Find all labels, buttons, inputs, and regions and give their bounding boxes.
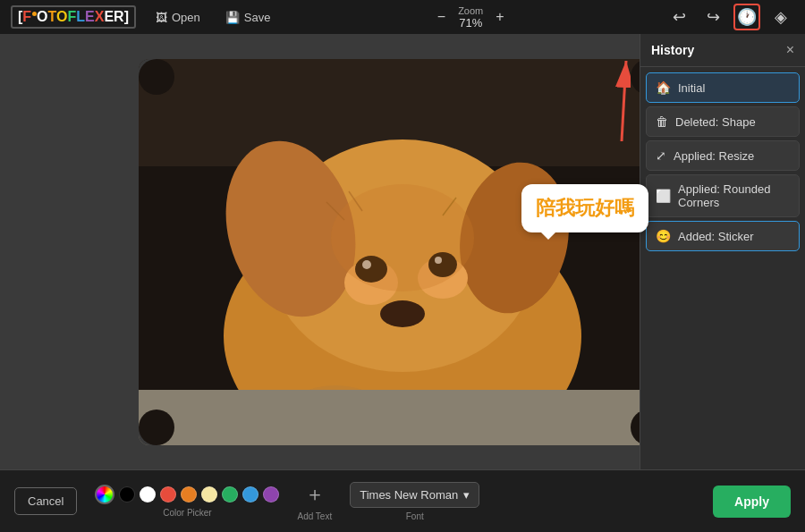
history-items-list: 🏠 Initial 🗑 Deleted: Shape ⤢ Applied: Re… — [640, 67, 805, 469]
speech-bubble: 陪我玩好嗎 — [521, 184, 648, 232]
sticker-icon: 😊 — [656, 229, 671, 243]
font-value-display: Times New Roman — [360, 488, 458, 502]
svg-point-18 — [331, 184, 474, 291]
font-selector[interactable]: Times New Roman ▾ — [350, 482, 479, 508]
undo-button[interactable]: ↩ — [665, 4, 692, 30]
save-icon: 💾 — [225, 11, 240, 24]
bottom-toolbar: Cancel Color Picker ＋ Add Text Times New… — [0, 469, 805, 532]
history-item-label: Deleted: Shape — [675, 115, 756, 129]
add-text-label: Add Text — [297, 511, 332, 521]
save-button[interactable]: 💾 Save — [220, 8, 276, 27]
open-label: Open — [172, 11, 200, 24]
logo-rest: OTOFLEXER — [37, 9, 124, 25]
font-label: Font — [406, 511, 424, 521]
open-icon: 🖼 — [156, 11, 167, 24]
color-dot-purple[interactable] — [263, 486, 279, 502]
home-icon: 🏠 — [656, 80, 671, 95]
color-dots-row — [95, 485, 279, 504]
history-item-label: Applied: Resize — [674, 149, 754, 163]
zoom-control: − Zoom 71% + — [290, 5, 651, 30]
color-dot-green[interactable] — [222, 486, 238, 502]
puppy-image — [139, 59, 666, 445]
color-picker-label: Color Picker — [163, 508, 211, 518]
history-item-added-sticker[interactable]: 😊 Added: Sticker — [646, 221, 800, 251]
zoom-label: Zoom — [458, 5, 483, 16]
app-header: [ F OTOFLEXER ] 🖼 Open 💾 Save − Zoom 71%… — [0, 0, 805, 34]
color-picker-button[interactable] — [95, 485, 114, 504]
add-icon: ＋ — [305, 481, 325, 508]
photo-canvas: 陪我玩好嗎 — [139, 59, 666, 445]
color-dot-orange[interactable] — [181, 486, 197, 502]
zoom-value: 71% — [458, 16, 483, 30]
open-button[interactable]: 🖼 Open — [150, 8, 206, 27]
svg-point-10 — [380, 300, 425, 327]
zoom-display: Zoom 71% — [458, 5, 483, 30]
history-item-applied-rounded[interactable]: ⬜ Applied: Rounded Corners — [646, 174, 800, 217]
history-item-deleted-shape[interactable]: 🗑 Deleted: Shape — [646, 106, 800, 137]
svg-point-28 — [139, 410, 174, 445]
history-item-initial[interactable]: 🏠 Initial — [646, 72, 800, 103]
add-text-section[interactable]: ＋ Add Text — [297, 481, 332, 521]
apply-button[interactable]: Apply — [713, 486, 791, 518]
clock-icon: 🕐 — [737, 7, 757, 27]
history-title: History — [651, 43, 694, 57]
logo-letter-f: F — [22, 9, 31, 25]
history-item-label: Added: Sticker — [678, 230, 754, 243]
resize-icon: ⤢ — [656, 148, 666, 163]
color-dot-blue[interactable] — [242, 486, 258, 502]
zoom-out-button[interactable]: − — [434, 9, 449, 25]
header-right-controls: ↩ ↪ 🕐 ◈ — [665, 4, 794, 30]
svg-rect-17 — [139, 390, 666, 445]
app-logo: [ F OTOFLEXER ] — [11, 5, 136, 29]
color-dot-red[interactable] — [160, 486, 176, 502]
history-header: History × — [640, 34, 805, 67]
speech-bubble-text: 陪我玩好嗎 — [536, 197, 634, 219]
logo-close-bracket: ] — [124, 9, 129, 25]
trash-icon: 🗑 — [656, 114, 668, 129]
history-close-button[interactable]: × — [786, 43, 794, 57]
main-area: 陪我玩好嗎 History × 🏠 Initial 🗑 Deleted: Sha… — [0, 34, 805, 469]
zoom-in-button[interactable]: + — [492, 9, 507, 25]
undo-icon: ↩ — [673, 7, 686, 27]
history-panel: History × 🏠 Initial 🗑 Deleted: Shape ⤢ A… — [640, 34, 805, 469]
color-dot-yellow[interactable] — [201, 486, 217, 502]
layers-icon: ◈ — [775, 7, 787, 27]
layers-button[interactable]: ◈ — [767, 4, 794, 30]
redo-button[interactable]: ↪ — [699, 4, 726, 30]
history-item-label: Applied: Rounded Corners — [678, 182, 790, 209]
history-item-applied-resize[interactable]: ⤢ Applied: Resize — [646, 140, 800, 171]
cancel-button[interactable]: Cancel — [14, 487, 77, 515]
font-section: Times New Roman ▾ Font — [350, 482, 479, 521]
color-dot-white[interactable] — [140, 486, 156, 502]
history-item-label: Initial — [678, 81, 705, 95]
redo-icon: ↪ — [707, 7, 720, 27]
save-label: Save — [244, 11, 271, 24]
svg-point-26 — [139, 59, 174, 95]
color-dot-black[interactable] — [119, 486, 135, 502]
color-picker-section: Color Picker — [95, 485, 279, 518]
rounded-corners-icon: ⬜ — [656, 189, 671, 203]
history-button[interactable]: 🕐 — [733, 4, 760, 30]
chevron-down-icon: ▾ — [463, 488, 470, 502]
